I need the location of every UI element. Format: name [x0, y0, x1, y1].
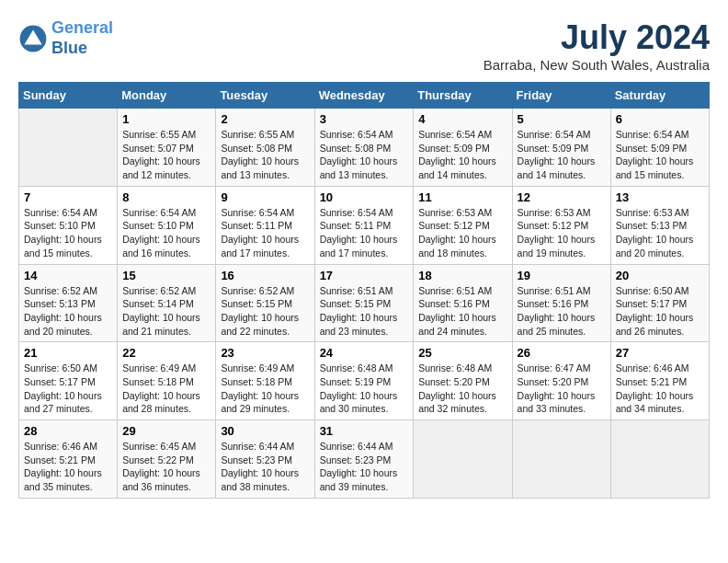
calendar-body: 1Sunrise: 6:55 AMSunset: 5:07 PMDaylight…: [19, 109, 710, 499]
weekday-header-cell: Tuesday: [216, 83, 314, 109]
calendar-week-row: 7Sunrise: 6:54 AMSunset: 5:10 PMDaylight…: [19, 186, 710, 264]
calendar-table: SundayMondayTuesdayWednesdayThursdayFrid…: [18, 82, 710, 499]
day-number: 28: [24, 424, 112, 438]
weekday-header-cell: Sunday: [19, 83, 118, 109]
logo-icon: [18, 24, 48, 53]
day-number: 5: [518, 112, 606, 126]
day-number: 25: [418, 346, 506, 360]
cell-info: Sunrise: 6:54 AMSunset: 5:11 PMDaylight:…: [320, 206, 409, 260]
logo-text: General Blue: [51, 18, 113, 58]
calendar-cell: 12Sunrise: 6:53 AMSunset: 5:12 PMDayligh…: [512, 186, 610, 264]
day-number: 14: [24, 269, 112, 282]
cell-info: Sunrise: 6:54 AMSunset: 5:09 PMDaylight:…: [418, 128, 506, 182]
calendar-week-row: 14Sunrise: 6:52 AMSunset: 5:13 PMDayligh…: [19, 264, 710, 342]
day-number: 31: [320, 424, 409, 438]
cell-info: Sunrise: 6:44 AMSunset: 5:23 PMDaylight:…: [320, 440, 409, 494]
calendar-cell: 28Sunrise: 6:46 AMSunset: 5:21 PMDayligh…: [19, 420, 118, 499]
calendar-cell: [19, 109, 118, 187]
calendar-cell: 16Sunrise: 6:52 AMSunset: 5:15 PMDayligh…: [216, 264, 314, 342]
day-number: 17: [320, 269, 409, 282]
weekday-header-cell: Thursday: [414, 83, 512, 109]
cell-info: Sunrise: 6:51 AMSunset: 5:15 PMDaylight:…: [320, 284, 409, 339]
cell-info: Sunrise: 6:51 AMSunset: 5:16 PMDaylight:…: [518, 284, 606, 339]
cell-info: Sunrise: 6:49 AMSunset: 5:18 PMDaylight:…: [221, 362, 309, 416]
cell-info: Sunrise: 6:53 AMSunset: 5:13 PMDaylight:…: [616, 206, 704, 260]
day-number: 18: [418, 269, 506, 282]
location: Barraba, New South Wales, Australia: [483, 57, 710, 73]
weekday-header-row: SundayMondayTuesdayWednesdayThursdayFrid…: [19, 83, 710, 109]
cell-info: Sunrise: 6:52 AMSunset: 5:15 PMDaylight:…: [221, 284, 309, 339]
day-number: 24: [320, 346, 409, 360]
calendar-cell: 29Sunrise: 6:45 AMSunset: 5:22 PMDayligh…: [118, 420, 216, 499]
cell-info: Sunrise: 6:54 AMSunset: 5:09 PMDaylight:…: [518, 128, 606, 182]
cell-info: Sunrise: 6:55 AMSunset: 5:08 PMDaylight:…: [221, 128, 309, 182]
day-number: 3: [320, 112, 409, 126]
calendar-cell: 22Sunrise: 6:49 AMSunset: 5:18 PMDayligh…: [118, 342, 216, 420]
day-number: 9: [221, 190, 309, 204]
cell-info: Sunrise: 6:54 AMSunset: 5:08 PMDaylight:…: [320, 128, 409, 182]
day-number: 20: [616, 269, 704, 282]
day-number: 8: [122, 190, 210, 204]
calendar-cell: [610, 420, 709, 499]
calendar-cell: 1Sunrise: 6:55 AMSunset: 5:07 PMDaylight…: [118, 109, 216, 187]
day-number: 21: [24, 346, 112, 360]
day-number: 1: [122, 112, 210, 126]
day-number: 15: [122, 269, 210, 282]
calendar-cell: 27Sunrise: 6:46 AMSunset: 5:21 PMDayligh…: [610, 342, 709, 420]
calendar-cell: 9Sunrise: 6:54 AMSunset: 5:11 PMDaylight…: [216, 186, 314, 264]
calendar-cell: 4Sunrise: 6:54 AMSunset: 5:09 PMDaylight…: [414, 109, 512, 187]
weekday-header-cell: Saturday: [610, 83, 709, 109]
calendar-cell: [512, 420, 610, 499]
day-number: 7: [24, 190, 112, 204]
day-number: 12: [518, 190, 606, 204]
cell-info: Sunrise: 6:53 AMSunset: 5:12 PMDaylight:…: [418, 206, 506, 260]
calendar-cell: 25Sunrise: 6:48 AMSunset: 5:20 PMDayligh…: [414, 342, 512, 420]
cell-info: Sunrise: 6:49 AMSunset: 5:18 PMDaylight:…: [122, 362, 210, 416]
calendar-week-row: 1Sunrise: 6:55 AMSunset: 5:07 PMDaylight…: [19, 109, 710, 187]
calendar-cell: 30Sunrise: 6:44 AMSunset: 5:23 PMDayligh…: [216, 420, 314, 499]
day-number: 22: [122, 346, 210, 360]
weekday-header-cell: Friday: [512, 83, 610, 109]
day-number: 13: [616, 190, 704, 204]
day-number: 19: [518, 269, 606, 282]
cell-info: Sunrise: 6:54 AMSunset: 5:11 PMDaylight:…: [221, 206, 309, 260]
day-number: 26: [518, 346, 606, 360]
day-number: 4: [418, 112, 506, 126]
calendar-cell: 24Sunrise: 6:48 AMSunset: 5:19 PMDayligh…: [314, 342, 414, 420]
day-number: 11: [418, 190, 506, 204]
cell-info: Sunrise: 6:50 AMSunset: 5:17 PMDaylight:…: [616, 284, 704, 339]
cell-info: Sunrise: 6:48 AMSunset: 5:20 PMDaylight:…: [418, 362, 506, 416]
calendar-cell: 2Sunrise: 6:55 AMSunset: 5:08 PMDaylight…: [216, 109, 314, 187]
day-number: 29: [122, 424, 210, 438]
cell-info: Sunrise: 6:50 AMSunset: 5:17 PMDaylight:…: [24, 362, 112, 416]
cell-info: Sunrise: 6:53 AMSunset: 5:12 PMDaylight:…: [518, 206, 606, 260]
calendar-cell: 6Sunrise: 6:54 AMSunset: 5:09 PMDaylight…: [610, 109, 709, 187]
cell-info: Sunrise: 6:51 AMSunset: 5:16 PMDaylight:…: [418, 284, 506, 339]
title-section: July 2024 Barraba, New South Wales, Aust…: [483, 18, 710, 73]
calendar-cell: 23Sunrise: 6:49 AMSunset: 5:18 PMDayligh…: [216, 342, 314, 420]
day-number: 2: [221, 112, 309, 126]
weekday-header-cell: Monday: [118, 83, 216, 109]
cell-info: Sunrise: 6:45 AMSunset: 5:22 PMDaylight:…: [122, 440, 210, 494]
calendar-cell: 31Sunrise: 6:44 AMSunset: 5:23 PMDayligh…: [314, 420, 414, 499]
day-number: 6: [616, 112, 704, 126]
cell-info: Sunrise: 6:47 AMSunset: 5:20 PMDaylight:…: [518, 362, 606, 416]
day-number: 16: [221, 269, 309, 282]
logo: General Blue: [18, 18, 113, 58]
cell-info: Sunrise: 6:52 AMSunset: 5:13 PMDaylight:…: [24, 284, 112, 339]
calendar-cell: 19Sunrise: 6:51 AMSunset: 5:16 PMDayligh…: [512, 264, 610, 342]
cell-info: Sunrise: 6:44 AMSunset: 5:23 PMDaylight:…: [221, 440, 309, 494]
month-title: July 2024: [483, 18, 710, 57]
calendar-cell: 14Sunrise: 6:52 AMSunset: 5:13 PMDayligh…: [19, 264, 118, 342]
calendar-cell: 26Sunrise: 6:47 AMSunset: 5:20 PMDayligh…: [512, 342, 610, 420]
day-number: 23: [221, 346, 309, 360]
cell-info: Sunrise: 6:46 AMSunset: 5:21 PMDaylight:…: [24, 440, 112, 494]
cell-info: Sunrise: 6:46 AMSunset: 5:21 PMDaylight:…: [616, 362, 704, 416]
calendar-cell: 8Sunrise: 6:54 AMSunset: 5:10 PMDaylight…: [118, 186, 216, 264]
cell-info: Sunrise: 6:54 AMSunset: 5:09 PMDaylight:…: [616, 128, 704, 182]
day-number: 30: [221, 424, 309, 438]
calendar-cell: 11Sunrise: 6:53 AMSunset: 5:12 PMDayligh…: [414, 186, 512, 264]
calendar-cell: 15Sunrise: 6:52 AMSunset: 5:14 PMDayligh…: [118, 264, 216, 342]
calendar-cell: 21Sunrise: 6:50 AMSunset: 5:17 PMDayligh…: [19, 342, 118, 420]
calendar-cell: 5Sunrise: 6:54 AMSunset: 5:09 PMDaylight…: [512, 109, 610, 187]
